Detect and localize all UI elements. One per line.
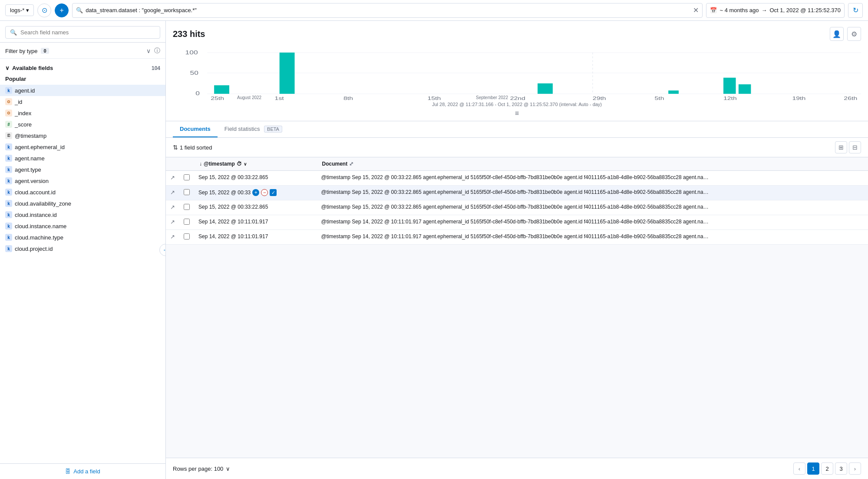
field-item-timestamp[interactable]: 🗓 @timestamp (0, 130, 165, 141)
field-item-cloud-availability-zone[interactable]: k cloud.availability_zone (0, 198, 165, 209)
filter-for-button[interactable]: + (252, 189, 259, 196)
page-navigation: ‹ 1 2 3 › (793, 462, 861, 475)
field-type-icon: k (5, 166, 12, 173)
toggle-column-button[interactable]: ✓ (270, 189, 277, 196)
field-name-label: agent.version (15, 178, 49, 184)
database-icon: 🗄 (65, 468, 71, 475)
row-checkbox[interactable] (184, 174, 190, 180)
tab-documents[interactable]: Documents (173, 121, 218, 137)
page-2-button[interactable]: 2 (821, 462, 833, 475)
row-expand-cell: ↗ (166, 200, 179, 215)
field-item-agent-name[interactable]: k agent.name (0, 153, 165, 164)
svg-text:0: 0 (195, 90, 200, 96)
page-3-button[interactable]: 3 (835, 462, 847, 475)
field-item-cloud-account-id[interactable]: k cloud.account.id (0, 186, 165, 198)
field-item-cloud-project-id[interactable]: k cloud.project.id (0, 243, 165, 254)
add-field-button[interactable]: 🗄 Add a field (0, 463, 165, 479)
inspect-docs-button[interactable]: 👤 (830, 27, 844, 41)
available-count: 104 (152, 65, 160, 71)
filter-out-button[interactable]: − (261, 189, 268, 196)
field-type-icon: # (5, 121, 12, 128)
table-wrapper: ↓ @timestamp ⏱ ∨ Document ⤢ (166, 157, 868, 458)
rows-per-page-selector[interactable]: Rows per page: 100 ∨ (173, 466, 230, 472)
page-1-button[interactable]: 1 (807, 462, 819, 475)
logs-dropdown[interactable]: logs-* ▾ (5, 4, 34, 16)
filter-row: Filter by type 0 ∨ ⓘ (0, 43, 165, 59)
svg-text:15th: 15th (427, 96, 441, 100)
field-type-icon: k (5, 155, 12, 162)
sorted-indicator: ⇅ 1 field sorted (173, 144, 212, 151)
field-name-label: cloud.availability_zone (15, 200, 71, 207)
field-item-score[interactable]: # _score (0, 119, 165, 130)
beta-badge: BETA (264, 126, 282, 133)
svg-text:25th: 25th (211, 96, 224, 100)
content-header: 233 hits 👤 ⚙ (166, 21, 868, 44)
field-item-agent-type[interactable]: k agent.type (0, 164, 165, 175)
expand-row-button[interactable]: ↗ (170, 219, 175, 225)
expand-icon[interactable]: ⤢ (349, 161, 356, 167)
field-name-label: agent.name (15, 155, 45, 162)
svg-rect-10 (668, 90, 679, 94)
chevron-down-icon: ∨ (244, 162, 247, 166)
next-page-button[interactable]: › (849, 462, 861, 475)
field-name-label: cloud.instance.name (15, 223, 66, 230)
table-row: ↗ Sep 15, 2022 @ 00:33 + − ✓ (166, 186, 868, 200)
expand-row-button[interactable]: ↗ (170, 174, 175, 181)
field-item-cloud-instance-name[interactable]: k cloud.instance.name (0, 220, 165, 232)
row-checkbox[interactable] (184, 219, 190, 225)
field-item-agent-version[interactable]: k agent.version (0, 175, 165, 186)
field-item-cloud-machine-type[interactable]: k cloud.machine.type (0, 232, 165, 243)
expand-row-button[interactable]: ↗ (170, 189, 175, 196)
timestamp-header[interactable]: ↓ @timestamp ⏱ ∨ (194, 157, 317, 171)
available-label: Available fields (12, 65, 53, 71)
prev-page-button[interactable]: ‹ (793, 462, 805, 475)
sorted-text: 1 field sorted (180, 144, 212, 151)
expand-row-button[interactable]: ↗ (170, 204, 175, 210)
field-name-label: cloud.account.id (15, 189, 56, 196)
field-item-index[interactable]: ⊙ _index (0, 107, 165, 119)
row-checkbox[interactable] (184, 204, 190, 210)
search-input[interactable] (86, 7, 693, 13)
timestamp-cell: Sep 15, 2022 @ 00:33:22.865 (194, 171, 317, 186)
add-button[interactable]: + (55, 3, 69, 17)
search-fields-input[interactable] (20, 29, 155, 36)
popular-section-label: Popular (0, 74, 165, 85)
field-name-label: agent.ephemeral_id (15, 144, 65, 150)
calendar-icon: 📅 (710, 7, 717, 13)
search-icon: 🔍 (76, 7, 83, 13)
hits-count: 233 hits (173, 29, 205, 39)
sidebar-header: 🔍 (0, 21, 165, 43)
filter-chevron-icon[interactable]: ∨ (146, 47, 151, 54)
expand-row-button[interactable]: ↗ (170, 233, 175, 240)
chevron-down-icon: ∨ (5, 65, 10, 71)
svg-text:19th: 19th (792, 96, 806, 100)
search-fields-icon: 🔍 (10, 29, 17, 36)
field-type-icon: k (5, 245, 12, 252)
refresh-button[interactable]: ↻ (848, 3, 863, 18)
clear-search-button[interactable]: ✕ (693, 6, 699, 14)
svg-text:1st: 1st (275, 96, 284, 100)
settings-button[interactable]: ⚙ (847, 27, 861, 41)
row-expand-cell: ↗ (166, 186, 179, 200)
columns-view-button[interactable]: ⊟ (849, 141, 861, 153)
time-picker[interactable]: 📅 ~ 4 months ago → Oct 1, 2022 @ 11:25:5… (706, 3, 845, 18)
field-item-agent-ephemeral-id[interactable]: k agent.ephemeral_id (0, 141, 165, 153)
timestamp-cell: Sep 15, 2022 @ 00:33:22.865 (194, 200, 317, 215)
chart-collapse-handle[interactable]: ≡ (173, 108, 861, 119)
field-item-agent-id[interactable]: k agent.id (0, 85, 165, 96)
field-item-id[interactable]: ⊙ _id (0, 96, 165, 107)
field-type-icon: k (5, 223, 12, 230)
available-section-toggle[interactable]: ∨ Available fields (5, 65, 53, 71)
timestamp-cell: Sep 15, 2022 @ 00:33 + − ✓ (194, 186, 317, 200)
field-name-label: cloud.project.id (15, 246, 53, 252)
row-checkbox[interactable] (184, 233, 190, 240)
field-item-cloud-instance-id[interactable]: k cloud.instance.id (0, 209, 165, 220)
grid-view-button[interactable]: ⊞ (835, 141, 847, 153)
tab-field-statistics[interactable]: Field statistics BETA (218, 121, 289, 137)
table-row: ↗ Sep 15, 2022 @ 00:33:22.865 @timestamp… (166, 200, 868, 215)
row-checkbox[interactable] (184, 189, 190, 195)
svg-text:100: 100 (185, 50, 198, 56)
inspect-button[interactable]: ⊙ (37, 3, 51, 17)
svg-rect-11 (723, 78, 736, 94)
filter-info-icon[interactable]: ⓘ (154, 47, 160, 55)
